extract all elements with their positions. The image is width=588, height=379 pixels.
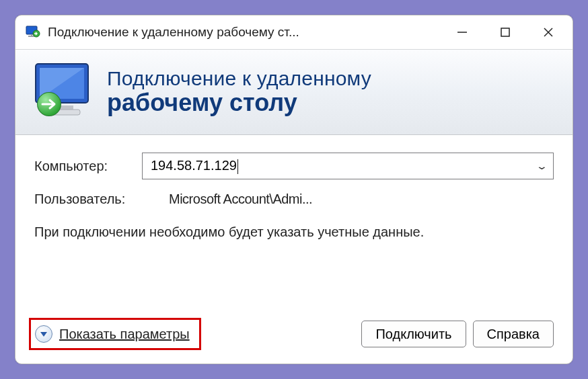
svg-rect-2: [31, 34, 32, 36]
computer-value: 194.58.71.129: [151, 158, 538, 174]
credentials-hint: При подключении необходимо будет указать…: [34, 223, 554, 241]
banner: Подключение к удаленному рабочему столу: [15, 49, 573, 135]
text-caret: [237, 159, 238, 174]
form-body: Компьютер: 194.58.71.129 ⌄ Пользователь:…: [15, 135, 573, 312]
computer-row: Компьютер: 194.58.71.129 ⌄: [34, 153, 554, 179]
user-row: Пользователь: Microsoft Account\Admi...: [34, 192, 554, 207]
show-options-label: Показать параметры: [59, 327, 190, 342]
close-button[interactable]: [527, 19, 570, 46]
computer-combobox[interactable]: 194.58.71.129 ⌄: [142, 153, 554, 179]
app-icon: [25, 24, 41, 40]
rdp-large-icon: [28, 58, 102, 126]
footer: Показать параметры Подключить Справка: [15, 312, 573, 364]
chevron-down-icon[interactable]: ⌄: [536, 161, 548, 171]
svg-rect-5: [501, 28, 509, 36]
connect-button[interactable]: Подключить: [361, 321, 466, 347]
expand-icon: [35, 325, 52, 343]
maximize-button[interactable]: [484, 19, 527, 46]
titlebar: Подключение к удаленному рабочему ст...: [15, 15, 573, 49]
show-options-toggle[interactable]: Показать параметры: [29, 318, 201, 350]
user-label: Пользователь:: [34, 192, 142, 207]
banner-line1: Подключение к удаленному: [107, 67, 371, 90]
minimize-button[interactable]: [441, 19, 484, 46]
computer-label: Компьютер:: [34, 159, 142, 174]
banner-line2: рабочему столу: [107, 89, 371, 117]
banner-text: Подключение к удаленному рабочему столу: [107, 67, 371, 117]
user-value: Microsoft Account\Admi...: [169, 192, 312, 207]
help-button[interactable]: Справка: [473, 321, 554, 347]
rdp-window: Подключение к удаленному рабочему ст...: [15, 15, 573, 364]
window-title: Подключение к удаленному рабочему ст...: [48, 25, 299, 40]
